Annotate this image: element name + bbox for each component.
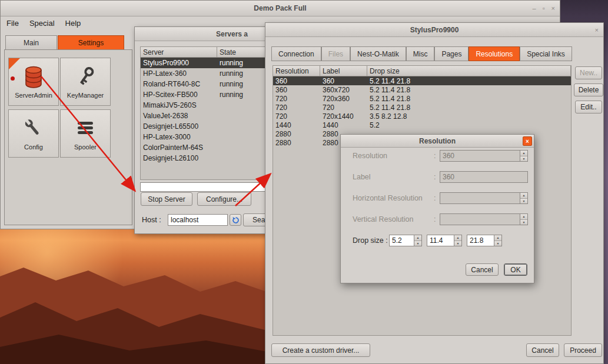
host-input[interactable] [168,214,228,226]
spin-up-icon[interactable]: ▲ [414,235,421,241]
field-colon: : [434,192,436,204]
maximize-icon[interactable]: ▫ [543,5,545,12]
resolution-label: 720x1440 [320,112,367,121]
spin-up-icon[interactable]: ▲ [454,235,461,241]
column-header-server[interactable]: Server [141,47,217,57]
resolution-row[interactable]: 1440 1440 5.2 [273,121,571,129]
status-dot [11,76,15,81]
tab-settings[interactable]: Settings [58,35,124,50]
resolution-drop-size: 5.2 [367,121,571,129]
horizontal-resolution-spinbox[interactable]: ▲ ▼ [440,192,528,204]
proceed-label: Proceed [570,346,596,355]
resolution-value: 1440 [273,121,320,129]
drop-size-input-1[interactable] [389,235,414,246]
spin-down-icon[interactable]: ▼ [414,241,421,246]
tab-connection-label: Connection [278,50,314,58]
tab-pages[interactable]: Pages [434,46,469,61]
spin-up-icon[interactable]: ▲ [520,193,527,199]
server-name: Roland-RT640-8C [141,80,217,88]
column-header-drop-size[interactable]: Drop size [367,66,571,76]
dialog-ok-button[interactable]: OK [504,263,527,276]
dialog-cancel-button[interactable]: Cancel [466,263,499,276]
dialog-ok-label: OK [510,266,520,274]
spin-up-icon[interactable]: ▲ [520,151,527,156]
spin-down-icon[interactable]: ▼ [520,220,527,225]
tool-spooler-label: Spooler [74,143,97,151]
resolution-row[interactable]: 360 360x720 5.2 11.4 21.8 [273,85,571,94]
new-button[interactable]: New.. [575,66,602,79]
horizontal-resolution-input[interactable] [440,192,520,204]
tab-special-inks[interactable]: Special Inks [520,46,572,61]
delete-button[interactable]: Delete [574,84,603,96]
drop-size-spinbox-1[interactable]: ▲ ▼ [389,235,422,246]
resolution-spinbox[interactable]: ▲ ▼ [440,150,528,162]
tab-settings-label: Settings [78,39,104,47]
spin-down-icon[interactable]: ▼ [494,241,501,246]
server-name: HP-Scitex-FB500 [141,91,217,99]
resolution-row[interactable]: 360 360 5.2 11.4 21.8 [273,76,571,85]
spin-down-icon[interactable]: ▼ [520,156,527,162]
spin-down-icon[interactable]: ▼ [520,199,527,204]
close-icon[interactable]: × [551,5,555,12]
resolution-value: 720 [273,95,320,103]
menu-help[interactable]: Help [65,19,81,28]
spin-up-icon[interactable]: ▲ [520,214,527,220]
printer-window-titlebar[interactable]: StylusPro9900 × [265,23,603,37]
tab-main[interactable]: Main [5,35,57,50]
spin-down-icon[interactable]: ▼ [454,241,461,246]
minimize-icon[interactable]: – [533,5,536,12]
vertical-resolution-input[interactable] [440,213,520,225]
menu-special[interactable]: Special [29,19,55,28]
create-custom-driver-button[interactable]: Create a custom driver... [271,343,370,357]
edit-button[interactable]: Edit.. [575,101,602,113]
drop-size-input-3[interactable] [467,235,494,246]
resolution-dialog-titlebar[interactable]: Resolution × [341,135,534,148]
tab-files[interactable]: Files [321,46,350,61]
column-header-resolution[interactable]: Resolution [273,66,320,76]
resolution-value: 360 [273,86,320,94]
resolution-label: 1440 [320,121,367,129]
tab-resolutions[interactable]: Resolutions [469,46,520,61]
main-window-titlebar[interactable]: Demo Pack Full – ▫ × [1,1,560,16]
close-icon[interactable]: × [595,26,599,34]
tab-main-label: Main [24,39,39,47]
tool-keymanager[interactable]: KeyManager [60,58,111,106]
field-label: Vertical Resolution [353,213,414,225]
server-name: HP-Latex-360 [141,69,217,78]
dialog-close-button[interactable]: × [523,136,532,146]
resolution-row[interactable]: 720 720 5.2 11.4 21.8 [273,103,571,112]
drop-size-input-2[interactable] [427,235,454,246]
resolution-input[interactable] [440,150,520,162]
label-input[interactable] [440,171,528,183]
menu-file[interactable]: File [6,19,19,28]
key-icon [75,65,96,89]
configure-button[interactable]: Configure... [197,192,251,206]
resolution-row[interactable]: 720 720x360 5.2 11.4 21.8 [273,94,571,103]
tool-spooler[interactable]: Spooler [60,109,111,158]
tab-nest-o-matik[interactable]: Nest-O-Matik [350,46,406,61]
refresh-button[interactable] [230,214,241,226]
cancel-button[interactable]: Cancel [526,343,559,357]
resolution-row[interactable]: 720 720x1440 3.5 8.2 12.8 [273,112,571,121]
spin-buttons: ▲ ▼ [494,235,502,246]
resolution-label: 360x720 [320,86,367,94]
drop-size-spinbox-2[interactable]: ▲ ▼ [427,235,462,246]
proceed-button[interactable]: Proceed [564,343,602,357]
vertical-resolution-spinbox[interactable]: ▲ ▼ [440,213,528,225]
field-colon: : [434,150,436,162]
configure-label: Configure... [206,195,242,203]
tab-connection[interactable]: Connection [271,46,321,61]
field-row-vertical-resolution: Vertical Resolution : ▲ ▼ [341,213,534,225]
tab-misc[interactable]: Misc [406,46,435,61]
tool-config[interactable]: Config [8,109,59,158]
column-header-label[interactable]: Label [320,66,367,76]
stop-server-button[interactable]: Stop Server [141,192,192,206]
tab-pages-label: Pages [441,50,461,58]
refresh-icon [232,216,240,224]
resolution-label: 720 [320,103,367,112]
spin-up-icon[interactable]: ▲ [494,235,501,241]
drop-size-spinbox-3[interactable]: ▲ ▼ [467,235,502,246]
edit-label: Edit.. [580,103,596,111]
tool-serveradmin[interactable]: ServerAdmin [8,58,59,106]
field-label: Label [353,171,371,183]
